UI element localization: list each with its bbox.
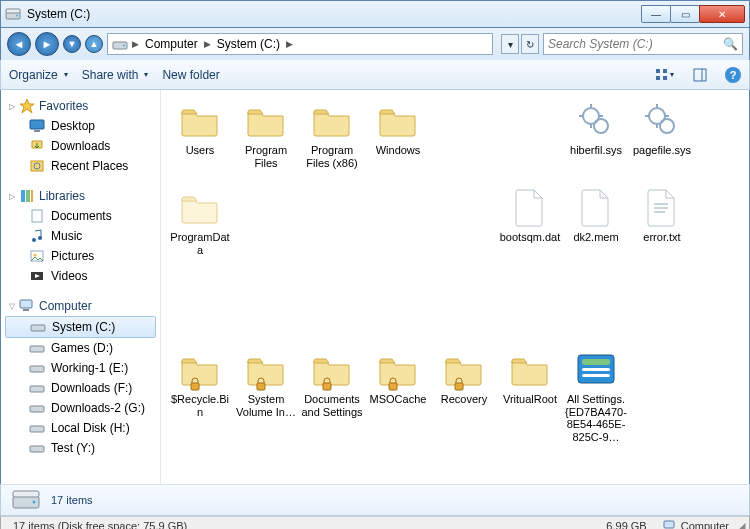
- file-item[interactable]: dk2.mem: [563, 187, 629, 256]
- svg-rect-49: [191, 383, 199, 390]
- file-item[interactable]: $Recycle.Bin: [167, 349, 233, 444]
- file-label: Documents and Settings: [301, 393, 363, 418]
- search-placeholder: Search System (C:): [548, 37, 653, 51]
- file-item[interactable]: Program Files (x86): [299, 100, 365, 169]
- sidebar-item-pictures[interactable]: Pictures: [1, 246, 160, 266]
- favorites-header[interactable]: ▷Favorites: [1, 96, 160, 116]
- sidebar-item-documents[interactable]: Documents: [1, 206, 160, 226]
- minimize-button[interactable]: —: [641, 5, 671, 23]
- file-item[interactable]: error.txt: [629, 187, 695, 256]
- file-item[interactable]: Program Files: [233, 100, 299, 169]
- search-input[interactable]: Search System (C:) 🔍: [543, 33, 743, 55]
- share-with-button[interactable]: Share with: [82, 68, 149, 82]
- svg-rect-28: [30, 346, 44, 352]
- drive-icon: [11, 488, 41, 512]
- folder-lock-icon: [440, 349, 488, 391]
- file-item[interactable]: System Volume In…: [233, 349, 299, 444]
- drive-icon: [29, 420, 45, 436]
- organize-button[interactable]: Organize: [9, 68, 68, 82]
- forward-button[interactable]: ►: [35, 32, 59, 56]
- close-button[interactable]: ✕: [699, 5, 745, 23]
- file-label: Program Files (x86): [301, 144, 363, 169]
- preview-pane-button[interactable]: [689, 64, 711, 86]
- sidebar-item-recent-places[interactable]: Recent Places: [1, 156, 160, 176]
- svg-rect-7: [656, 76, 660, 80]
- view-options-button[interactable]: ▾: [653, 64, 675, 86]
- file-icon: [572, 187, 620, 229]
- chevron-right-icon[interactable]: ▶: [202, 39, 213, 49]
- file-item[interactable]: bootsqm.dat: [497, 187, 563, 256]
- files-pane[interactable]: UsersProgram FilesProgram Files (x86)Win…: [161, 90, 749, 484]
- status-bar: 17 items (Disk free space: 75.9 GB) 6.99…: [0, 516, 750, 529]
- back-button[interactable]: ◄: [7, 32, 31, 56]
- sidebar-item-games-d[interactable]: Games (D:): [1, 338, 160, 358]
- breadcrumb-drive[interactable]: System (C:): [213, 37, 284, 51]
- sidebar-item-videos[interactable]: Videos: [1, 266, 160, 286]
- titlebar: System (C:) — ▭ ✕: [0, 0, 750, 28]
- address-tools: ▾ ↻: [501, 34, 539, 54]
- desktop-icon: [29, 118, 45, 134]
- svg-rect-29: [30, 366, 44, 372]
- chevron-right-icon[interactable]: ▶: [130, 39, 141, 49]
- new-folder-button[interactable]: New folder: [162, 68, 219, 82]
- file-item[interactable]: MSOCache: [365, 349, 431, 444]
- chevron-right-icon[interactable]: ▶: [284, 39, 295, 49]
- svg-rect-17: [26, 190, 30, 202]
- sidebar-item-downloads[interactable]: Downloads: [1, 136, 160, 156]
- svg-rect-18: [31, 190, 33, 202]
- file-label: VritualRoot: [503, 393, 557, 406]
- file-item[interactable]: hiberfil.sys: [563, 100, 629, 169]
- music-icon: [29, 228, 45, 244]
- file-label: ProgramData: [169, 231, 231, 256]
- sidebar-item-downloads-f[interactable]: Downloads (F:): [1, 378, 160, 398]
- file-item[interactable]: VritualRoot: [497, 349, 563, 444]
- file-item[interactable]: All Settings.{ED7BA470-8E54-465E-825C-9…: [563, 349, 629, 444]
- folder-lock-icon: [374, 349, 422, 391]
- file-item[interactable]: pagefile.sys: [629, 100, 695, 169]
- file-item[interactable]: ProgramData: [167, 187, 233, 256]
- sidebar-item-desktop[interactable]: Desktop: [1, 116, 160, 136]
- folder-lock-icon: [308, 349, 356, 391]
- refresh-button[interactable]: ↻: [521, 34, 539, 54]
- file-item[interactable]: Recovery: [431, 349, 497, 444]
- libraries-header[interactable]: ▷Libraries: [1, 186, 160, 206]
- svg-rect-56: [582, 368, 610, 371]
- sidebar-item-music[interactable]: Music: [1, 226, 160, 246]
- resize-grip[interactable]: ◢: [737, 520, 745, 530]
- sidebar-item-localh[interactable]: Local Disk (H:): [1, 418, 160, 438]
- navigation-pane[interactable]: ▷Favorites Desktop Downloads Recent Plac…: [1, 90, 161, 484]
- file-label: dk2.mem: [573, 231, 618, 244]
- window-title: System (C:): [27, 7, 642, 21]
- sidebar-item-test-y[interactable]: Test (Y:): [1, 438, 160, 458]
- file-item[interactable]: Documents and Settings: [299, 349, 365, 444]
- file-label: All Settings.{ED7BA470-8E54-465E-825C-9…: [565, 393, 627, 444]
- file-label: $Recycle.Bin: [169, 393, 231, 418]
- svg-rect-16: [21, 190, 25, 202]
- svg-rect-25: [20, 300, 32, 308]
- cpl-icon: [572, 349, 620, 391]
- history-dropdown[interactable]: ▼: [63, 35, 81, 53]
- folder-icon: [308, 100, 356, 142]
- address-bar[interactable]: ▶ Computer ▶ System (C:) ▶: [107, 33, 493, 55]
- history-dropdown-button[interactable]: ▾: [501, 34, 519, 54]
- status-size: 6.99 GB: [598, 520, 654, 529]
- svg-marker-11: [20, 99, 34, 113]
- folder-lock-icon: [176, 349, 224, 391]
- help-button[interactable]: ?: [725, 67, 741, 83]
- drive-icon: [29, 360, 45, 376]
- sidebar-item-working-e[interactable]: Working-1 (E:): [1, 358, 160, 378]
- file-label: Windows: [376, 144, 421, 157]
- file-label: pagefile.sys: [633, 144, 691, 157]
- up-button[interactable]: ▲: [85, 35, 103, 53]
- sidebar-item-system-c[interactable]: System (C:): [5, 316, 156, 338]
- star-icon: [19, 98, 35, 114]
- svg-point-21: [38, 236, 42, 240]
- maximize-button[interactable]: ▭: [670, 5, 700, 23]
- breadcrumb-computer[interactable]: Computer: [141, 37, 202, 51]
- sidebar-item-downloads2-g[interactable]: Downloads-2 (G:): [1, 398, 160, 418]
- file-item[interactable]: Windows: [365, 100, 431, 169]
- file-label: Users: [186, 144, 215, 157]
- computer-header[interactable]: ▽Computer: [1, 296, 160, 316]
- file-item[interactable]: Users: [167, 100, 233, 169]
- drive-icon: [5, 6, 21, 22]
